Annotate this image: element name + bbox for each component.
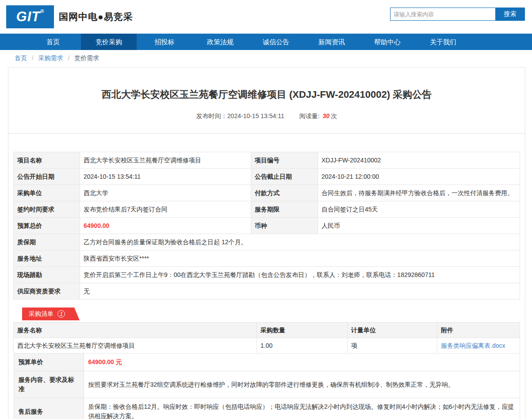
info-value: XDJJ-FW-202410002	[318, 152, 520, 169]
info-value: 西北大学长安校区玉兰苑餐厅空调维修项目	[80, 152, 251, 169]
attachment-link[interactable]: 服务类响应偏离表.docx	[441, 342, 505, 349]
column-header-unit: 计量单位	[348, 323, 437, 338]
info-label: 现场踏勘	[14, 267, 80, 283]
info-label: 币种	[251, 218, 318, 234]
table-row: 预算单价 64900.00 元	[14, 354, 520, 371]
table-row: 签约时间要求 发布竞价结果后7天内签订合同 服务期限 自合同签订之日45天	[14, 201, 520, 218]
info-value: 2024-10-21 12:00:00	[318, 169, 520, 185]
info-label: 服务地址	[14, 250, 80, 267]
info-label: 签约时间要求	[14, 201, 80, 218]
nav-item-integrity-notice[interactable]: 诚信公告	[248, 34, 304, 50]
column-header-attachment: 附件	[437, 323, 520, 338]
info-value: 竞价开启后第三个工作日上午9：00在西北大学玉兰苑餐厅踏勘（包含公告发布日），联…	[80, 267, 520, 283]
info-label: 服务期限	[251, 201, 318, 218]
budget-unit-price: 64900.00 元	[84, 354, 520, 371]
table-row: 售后服务 质保期：验收合格后12月。响应时效：即时响应（包括电话响应）；电话响应…	[14, 398, 520, 419]
nav-item-about-us[interactable]: 关于我们	[415, 34, 471, 50]
views-count: 30	[323, 112, 330, 119]
announcement-card: 西北大学长安校区玉兰苑餐厅空调维修项目 (XDJJ-FW-202410002) …	[8, 67, 525, 419]
table-row: 现场踏勘 竞价开启后第三个工作日上午9：00在西北大学玉兰苑餐厅踏勘（包含公告发…	[14, 267, 520, 283]
info-value: 发布竞价结果后7天内签订合同	[80, 201, 251, 218]
nav-item-bidding-purchase[interactable]: 竞价采购	[81, 34, 137, 50]
detail-label: 售后服务	[14, 398, 84, 419]
purchase-list-tab: 采购清单 1	[22, 308, 80, 320]
breadcrumb-separator: /	[68, 54, 70, 62]
table-row: 采购单位 西北大学 付款方式 合同生效后，待服务期满并经甲方验收合格后，一次性付…	[14, 185, 520, 201]
info-value: 2024-10-15 13:54:11	[80, 169, 251, 185]
purchase-list-tab-label: 采购清单	[29, 310, 54, 318]
detail-value: 质保期：验收合格后12月。响应时效：即时响应（包括电话响应）；电话响应无法解决2…	[84, 398, 520, 419]
announcement-title-block: 西北大学长安校区玉兰苑餐厅空调维修项目 (XDJJ-FW-202410002) …	[8, 68, 525, 134]
info-value: 无	[80, 283, 520, 300]
quantity-cell: 1.00	[257, 338, 348, 354]
breadcrumb-purchase-demand[interactable]: 采购需求	[38, 54, 63, 62]
search-bar: 搜索	[390, 8, 525, 21]
info-label: 质保期	[14, 234, 80, 250]
breadcrumb-home[interactable]: 首页	[15, 54, 27, 62]
search-input[interactable]	[390, 8, 495, 21]
count-badge: 1	[57, 310, 65, 318]
service-name-cell: 西北大学长安校区玉兰苑餐厅空调维修项目	[14, 338, 257, 354]
nav-item-help-center[interactable]: 帮助中心	[360, 34, 415, 50]
table-row: 西北大学长安校区玉兰苑餐厅空调维修项目 1.00 项 服务类响应偏离表.docx	[14, 338, 520, 354]
brand-title: 国网中电●易竞采	[59, 11, 133, 23]
views-label: 阅读量:	[299, 112, 320, 119]
budget-total-price: 64900.00	[80, 218, 251, 234]
main-nav: 首页 竞价采购 招投标 政策法规 诚信公告 新闻资讯 帮助中心 关于我们	[0, 34, 532, 50]
table-header-row: 服务名称 采购数量 计量单位 附件	[14, 323, 520, 338]
info-label: 项目名称	[14, 152, 80, 169]
table-row: 公告开始日期 2024-10-15 13:54:11 公告截止日期 2024-1…	[14, 169, 520, 185]
project-info-table: 项目名称 西北大学长安校区玉兰苑餐厅空调维修项目 项目编号 XDJJ-FW-20…	[13, 152, 520, 300]
publish-time-label: 发布时间：	[196, 112, 227, 119]
info-value: 西北大学	[80, 185, 251, 201]
breadcrumb-current: 竞价需求	[74, 54, 99, 62]
breadcrumb-separator: /	[32, 54, 34, 62]
table-row: 项目名称 西北大学长安校区玉兰苑餐厅空调维修项目 项目编号 XDJJ-FW-20…	[14, 152, 520, 169]
nav-item-tender[interactable]: 招投标	[137, 34, 192, 50]
column-header-service-name: 服务名称	[14, 323, 257, 338]
nav-item-news[interactable]: 新闻资讯	[304, 34, 360, 50]
info-value: 乙方对合同服务的质量保证期为验收合格后之日起 12个月。	[80, 234, 520, 250]
info-value: 合同生效后，待服务期满并经甲方验收合格后，一次性付清服务费用。	[318, 185, 520, 201]
table-row: 质保期 乙方对合同服务的质量保证期为验收合格后之日起 12个月。	[14, 234, 520, 250]
nav-item-policies[interactable]: 政策法规	[192, 34, 248, 50]
unit-cell: 项	[348, 338, 437, 354]
table-row: 服务地址 陕西省西安市长安区****	[14, 250, 520, 267]
info-value: 陕西省西安市长安区****	[80, 250, 520, 267]
detail-label: 服务内容、要求及标准	[14, 371, 84, 398]
page-title: 西北大学长安校区玉兰苑餐厅空调维修项目 (XDJJ-FW-202410002) …	[26, 68, 507, 101]
info-label: 供应商资质要求	[14, 283, 80, 300]
info-label: 公告截止日期	[251, 169, 318, 185]
table-row: 预算总价 64900.00 币种 人民币	[14, 218, 520, 234]
detail-value: 按照要求对玉兰苑餐厅32组空调系统进行检修维护，同时对故障的零部件进行维修更换，…	[84, 371, 520, 398]
nav-item-home[interactable]: 首页	[25, 34, 81, 50]
views-unit: 次	[331, 112, 337, 119]
logo-text: GIT	[16, 8, 41, 26]
purchase-list-table: 服务名称 采购数量 计量单位 附件 西北大学长安校区玉兰苑餐厅空调维修项目 1.…	[13, 322, 520, 354]
info-label: 公告开始日期	[14, 169, 80, 185]
publish-time-value: 2024-10-15 13:54:11	[227, 112, 284, 119]
column-header-quantity: 采购数量	[257, 323, 348, 338]
site-logo[interactable]: GIT ®	[6, 5, 54, 28]
registered-trademark-icon: ®	[40, 8, 44, 14]
search-button[interactable]: 搜索	[495, 8, 525, 21]
info-label: 项目编号	[251, 152, 318, 169]
table-row: 服务内容、要求及标准 按照要求对玉兰苑餐厅32组空调系统进行检修维护，同时对故障…	[14, 371, 520, 398]
info-label: 采购单位	[14, 185, 80, 201]
table-row: 供应商资质要求 无	[14, 283, 520, 300]
detail-label: 预算单价	[14, 354, 84, 371]
breadcrumb: 首页 / 采购需求 / 竞价需求	[0, 50, 532, 67]
announcement-meta: 发布时间：2024-10-15 13:54:11阅读量: 30次	[8, 112, 525, 133]
info-value: 自合同签订之日45天	[318, 201, 520, 218]
info-label: 预算总价	[14, 218, 80, 234]
info-value: 人民币	[318, 218, 520, 234]
purchase-detail-table: 预算单价 64900.00 元 服务内容、要求及标准 按照要求对玉兰苑餐厅32组…	[14, 353, 520, 419]
site-header: GIT ® 国网中电●易竞采 搜索	[0, 0, 532, 34]
info-label: 付款方式	[251, 185, 318, 201]
